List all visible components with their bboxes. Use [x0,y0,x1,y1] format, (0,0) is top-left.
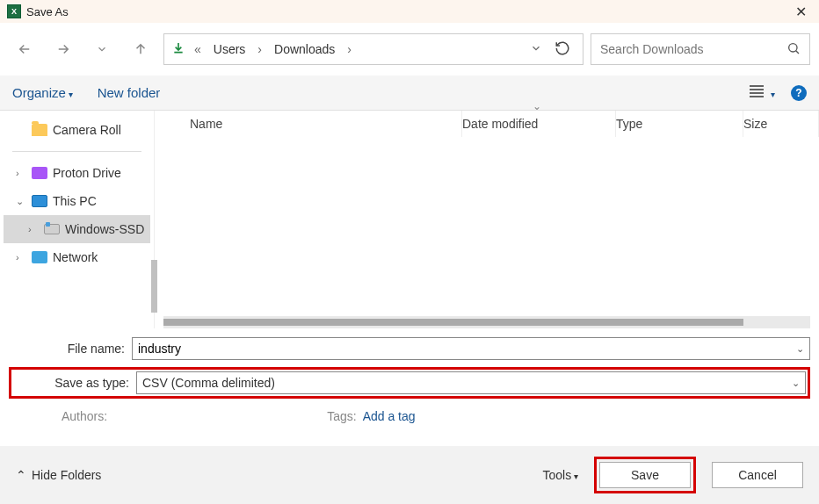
filetype-field[interactable]: CSV (Comma delimited) ⌄ [136,371,806,394]
search-input[interactable] [600,42,786,56]
filetype-highlight: Save as type: CSV (Comma delimited) ⌄ [9,367,810,399]
filename-row: File name: ⌄ [9,337,810,360]
downloads-icon [171,41,185,58]
cancel-button[interactable]: Cancel [712,462,803,488]
tree-item-this-pc[interactable]: ⌄ This PC [4,187,150,215]
sidebar-scrollbar[interactable] [151,260,157,313]
filetype-dropdown-icon[interactable]: ⌄ [792,378,800,389]
tree-label: Proton Drive [53,166,121,180]
filetype-row: Save as type: CSV (Comma delimited) ⌄ [13,371,806,394]
close-button[interactable]: ✕ [790,4,812,20]
tree-label: Camera Roll [53,123,121,137]
tree-item-proton-drive[interactable]: › Proton Drive [4,159,150,187]
view-options-button[interactable]: ▾ [750,85,775,100]
chevron-right-icon: › [345,42,353,56]
breadcrumb-users[interactable]: Users [210,42,250,56]
refresh-button[interactable] [549,40,576,59]
chevron-right-icon: › [256,42,264,56]
metadata-row: Authors: Tags: Add a tag [9,406,810,423]
filename-input[interactable] [138,342,796,356]
column-size[interactable]: Size [743,111,819,137]
tree-item-camera-roll[interactable]: Camera Roll [4,116,150,144]
add-tag-link[interactable]: Add a tag [363,409,416,423]
tools-menu[interactable]: Tools [543,468,578,482]
column-headers: Name Date modified Type Size [155,111,819,137]
folder-icon [32,124,47,136]
search-box[interactable] [591,33,810,65]
breadcrumb-downloads[interactable]: Downloads [271,42,338,56]
new-folder-button[interactable]: New folder [98,85,161,100]
search-icon [786,41,801,58]
column-date[interactable]: Date modified [462,111,616,137]
chevron-up-icon: ⌃ [16,468,26,482]
toolbar: Organize New folder ▾ ? [0,76,819,111]
up-button[interactable] [125,33,156,65]
proton-icon [32,167,47,179]
tree-item-network[interactable]: › Network [4,243,150,271]
recent-dropdown[interactable] [86,33,118,65]
svg-point-0 [789,43,797,51]
network-icon [32,251,47,263]
forward-button[interactable] [47,33,79,65]
filetype-label: Save as type: [13,376,136,390]
back-button[interactable] [9,33,40,65]
explorer-body: Camera Roll › Proton Drive ⌄ This PC › W… [0,111,819,328]
filename-label: File name: [9,342,132,356]
tree-label: Windows-SSD [65,222,144,236]
folder-tree: Camera Roll › Proton Drive ⌄ This PC › W… [0,111,154,328]
window-title: Save As [26,5,69,18]
dialog-footer: ⌃ Hide Folders Tools Save Cancel [0,446,819,504]
save-form: File name: ⌄ Save as type: CSV (Comma de… [0,328,819,423]
filetype-value: CSV (Comma delimited) [142,376,792,390]
breadcrumb-prefix: « [192,42,203,56]
column-type[interactable]: Type [616,111,743,137]
save-button[interactable]: Save [599,462,691,488]
title-bar: X Save As ✕ [0,0,819,23]
tree-item-windows-ssd[interactable]: › Windows-SSD [4,215,150,243]
file-list-pane: Name Date modified Type Size [154,111,819,328]
hide-folders-label: Hide Folders [32,468,101,482]
filename-field[interactable]: ⌄ [132,337,810,360]
horizontal-scrollbar[interactable] [163,316,810,328]
address-dropdown[interactable] [530,42,542,57]
save-highlight: Save [594,457,696,493]
tree-label: This PC [53,194,97,208]
nav-bar: « Users › Downloads › [0,23,819,76]
address-bar[interactable]: « Users › Downloads › [163,33,583,65]
tree-label: Network [53,250,98,264]
authors-label: Authors: [62,409,107,423]
organize-menu[interactable]: Organize [12,85,73,100]
help-button[interactable]: ? [791,85,807,101]
file-list[interactable] [155,137,819,316]
excel-icon: X [7,4,21,18]
filename-dropdown-icon[interactable]: ⌄ [796,343,804,355]
column-name[interactable]: Name [190,111,462,137]
hide-folders-button[interactable]: ⌃ Hide Folders [16,468,101,482]
separator [12,151,141,152]
drive-icon [44,224,60,234]
pc-icon [32,195,47,207]
tags-label: Tags: [327,409,356,423]
